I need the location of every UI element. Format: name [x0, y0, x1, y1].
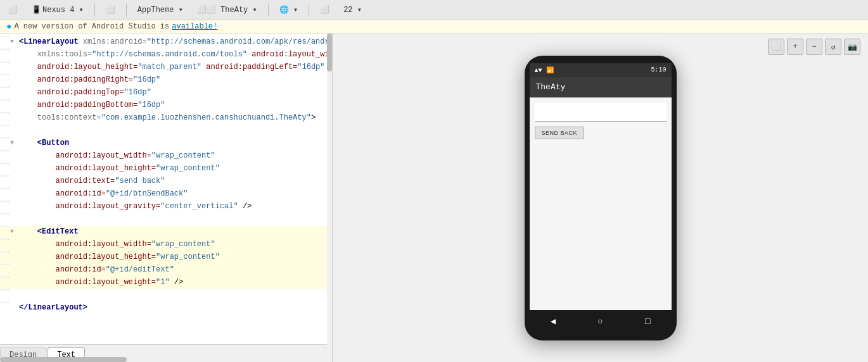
- orientation-icon: ⬜: [106, 5, 115, 15]
- separator-1: [94, 4, 95, 16]
- locale-icon: 🌐 ▾: [279, 5, 298, 15]
- fold-11: [9, 163, 15, 164]
- app-bar-title: TheAty: [536, 82, 566, 92]
- xml-text-2: xmlns:tools="http://schemas.android.com/…: [15, 49, 332, 61]
- phone-send-back-btn[interactable]: SEND BACK: [535, 127, 585, 139]
- camera-icon: 📷: [848, 42, 857, 52]
- home-nav-icon[interactable]: ○: [597, 316, 603, 327]
- device-preview-panel: ⬜ + − ↺ 📷 ▲▼ 📶: [333, 34, 868, 362]
- locale-selector[interactable]: 🌐 ▾: [275, 3, 302, 16]
- gutter-3: [0, 61, 9, 63]
- phone-app-bar: TheAty: [530, 77, 672, 97]
- xml-content-area[interactable]: ▼ <LinearLayout xmlns:android="http://sc…: [0, 34, 332, 344]
- xml-text-15: [15, 213, 23, 225]
- separator-3: [268, 4, 269, 16]
- phone-nav-bar: ◀ ○ □: [530, 310, 672, 333]
- gutter-18: [0, 251, 9, 253]
- fold-4: [9, 74, 15, 75]
- vertical-scrollbar[interactable]: [327, 34, 332, 349]
- fold-5: [9, 87, 15, 88]
- zoom-out-icon: −: [812, 42, 816, 51]
- phone-screen: ▲▼ 📶 5:10 TheAty SEND BACK: [530, 63, 672, 310]
- fold-16[interactable]: ▼: [9, 226, 15, 236]
- xml-text-22: </LinearLayout>: [15, 302, 87, 314]
- gutter-14: [0, 201, 9, 202]
- fold-21: [9, 289, 15, 290]
- horizontal-scrollbar-thumb[interactable]: [0, 357, 127, 362]
- fold-15: [9, 213, 15, 215]
- fold-6: [9, 99, 15, 101]
- xml-text-1: <LinearLayout xmlns:android="http://sche…: [15, 36, 332, 48]
- device-frame-icon: ⬜: [8, 5, 18, 15]
- theaty-label: ⬜⬜ TheAty ▾: [197, 5, 257, 15]
- gutter-6: [0, 99, 9, 101]
- reset-zoom-btn[interactable]: ↺: [825, 39, 841, 55]
- xml-line-11: android:layout_height="wrap_content": [0, 163, 332, 175]
- xml-text-8: [15, 125, 23, 137]
- zoom-in-icon: +: [793, 42, 797, 51]
- fold-13: [9, 188, 15, 189]
- nexus4-selector[interactable]: 📱 Nexus 4 ▾: [27, 3, 88, 16]
- xml-line-5: android:paddingTop="16dp": [0, 87, 332, 99]
- fold-1[interactable]: ▼: [9, 36, 15, 46]
- fold-7: [9, 112, 15, 113]
- separator-2: [126, 4, 127, 16]
- xml-editor: ▼ <LinearLayout xmlns:android="http://sc…: [0, 34, 333, 362]
- theaty-selector[interactable]: ⬜⬜ TheAty ▾: [193, 3, 262, 16]
- xml-line-9: ▼ <Button: [0, 137, 332, 150]
- xml-text-16: <EditText: [15, 226, 79, 238]
- xml-line-19: android:id="@+id/editText": [0, 264, 332, 277]
- gutter-19: [0, 264, 9, 265]
- fold-18: [9, 251, 15, 253]
- status-time: 5:10: [651, 66, 666, 73]
- xml-text-11: android:layout_height="wrap_content": [15, 163, 220, 175]
- xml-line-8: [0, 125, 332, 137]
- nexus4-icon: 📱: [32, 5, 41, 15]
- zoom-out-btn[interactable]: −: [806, 39, 822, 55]
- xml-line-14: android:layout_gravity="center_vertical"…: [0, 201, 332, 213]
- gutter-16: [0, 226, 9, 227]
- gutter-7: [0, 112, 9, 113]
- notification-bar: ● A new version of Android Studio is ava…: [0, 20, 868, 34]
- preview-toolbar: ⬜ + − ↺ 📷: [768, 39, 860, 55]
- xml-line-21: [0, 289, 332, 302]
- recent-nav-icon[interactable]: □: [645, 316, 650, 327]
- fold-9[interactable]: ▼: [9, 137, 15, 147]
- horizontal-scrollbar[interactable]: [0, 357, 327, 362]
- api-level-selector[interactable]: 22 ▾: [339, 3, 366, 16]
- fold-17: [9, 239, 15, 240]
- xml-line-16: ▼ <EditText: [0, 226, 332, 239]
- xml-text-6: android:paddingBottom="16dp": [15, 99, 165, 111]
- xml-text-4: android:paddingRight="16dp": [15, 74, 160, 86]
- gutter-2: [0, 49, 9, 50]
- gutter-22: [0, 302, 9, 303]
- xml-text-19: android:id="@+id/editText": [15, 264, 174, 276]
- zoom-in-btn[interactable]: +: [787, 39, 803, 55]
- xml-text-5: android:paddingTop="16dp": [15, 87, 151, 99]
- capture-btn[interactable]: 📷: [844, 39, 860, 55]
- xml-text-3: android:layout_height="match_parent" and…: [15, 61, 325, 73]
- sdk-icon-btn[interactable]: ⬜: [316, 3, 334, 16]
- xml-text-7: tools:context="com.example.luozhenshen.c…: [15, 112, 316, 124]
- back-nav-icon[interactable]: ◀: [551, 316, 556, 327]
- xml-text-12: android:text="send back": [15, 175, 165, 187]
- notification-link[interactable]: available!: [172, 22, 217, 31]
- xml-line-10: android:layout_width="wrap_content": [0, 150, 332, 163]
- fold-22: [9, 302, 15, 303]
- fold-14: [9, 201, 15, 202]
- orientation-btn[interactable]: ⬜: [101, 3, 120, 16]
- vertical-scrollbar-thumb[interactable]: [327, 34, 332, 72]
- xml-line-6: android:paddingBottom="16dp": [0, 99, 332, 112]
- fit-icon: ⬜: [772, 42, 781, 52]
- xml-line-22: </LinearLayout>: [0, 302, 332, 315]
- device-frame-btn[interactable]: ⬜: [4, 3, 22, 16]
- notification-text: A new version of Android Studio is: [14, 22, 169, 31]
- xml-text-13: android:id="@+id/btnSendBack": [15, 188, 188, 200]
- notification-icon: ●: [6, 22, 11, 32]
- gutter-13: [0, 188, 9, 189]
- gutter-12: [0, 175, 9, 177]
- apptheme-selector[interactable]: AppTheme ▾: [133, 3, 188, 16]
- fit-screen-btn[interactable]: ⬜: [768, 39, 784, 55]
- gutter-15: [0, 213, 9, 215]
- fold-8: [9, 125, 15, 126]
